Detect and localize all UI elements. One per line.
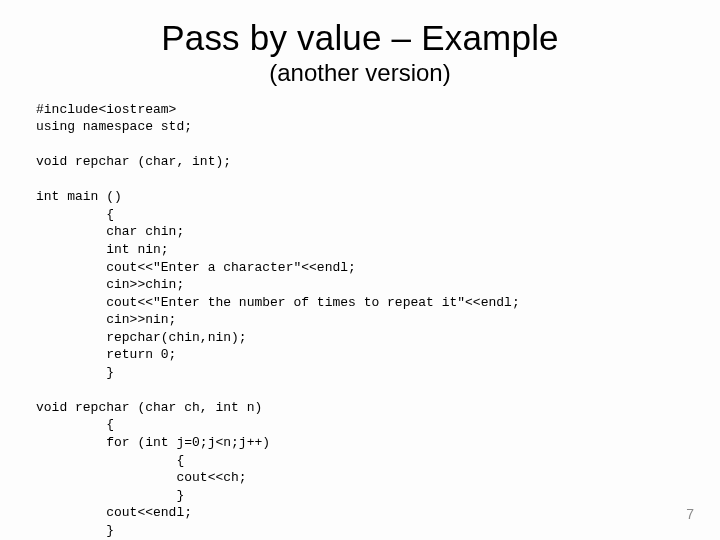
slide-subtitle: (another version) bbox=[36, 60, 684, 86]
slide-title: Pass by value – Example bbox=[36, 18, 684, 58]
slide: Pass by value – Example (another version… bbox=[0, 0, 720, 540]
page-number: 7 bbox=[686, 506, 694, 522]
code-block: #include<iostream> using namespace std; … bbox=[36, 101, 684, 540]
